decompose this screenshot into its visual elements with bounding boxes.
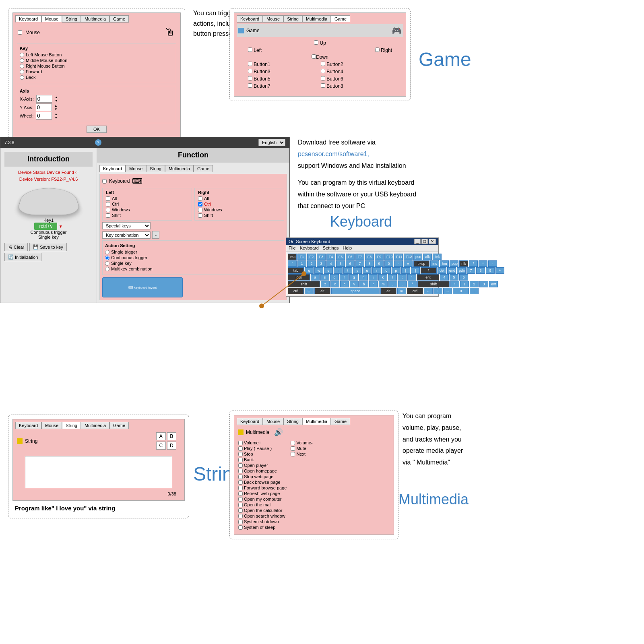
btn7-checkbox[interactable] xyxy=(248,83,252,88)
tab-string-mouse[interactable]: String xyxy=(62,15,81,23)
single-key-row[interactable]: Single key xyxy=(105,261,281,266)
btn6-checkbox[interactable] xyxy=(321,76,325,80)
special-keys-select[interactable]: Special keys xyxy=(102,222,151,229)
osk-key-left[interactable]: ← xyxy=(424,288,433,294)
osk-key-lctrl[interactable]: ctrl xyxy=(288,288,304,294)
minus-button[interactable]: - xyxy=(152,231,159,239)
osk-key-slash[interactable]: / xyxy=(408,281,417,287)
left-ctrl[interactable]: Ctrl xyxy=(106,202,188,206)
osk-key-9[interactable]: 9 xyxy=(375,260,384,267)
back-btn[interactable]: Back xyxy=(20,75,173,80)
osk-key-brk[interactable]: brk xyxy=(433,254,442,260)
key-combination-select[interactable]: Key combination xyxy=(102,231,151,239)
osk-key-d[interactable]: d xyxy=(330,274,339,281)
osk-maximize[interactable]: □ xyxy=(421,239,428,244)
multi-openplayer[interactable]: Open player xyxy=(238,463,287,468)
left-windows[interactable]: Windows xyxy=(106,207,188,212)
osk-key-numenter[interactable]: ent xyxy=(489,281,498,287)
str-key-c[interactable]: C xyxy=(156,442,166,450)
osk-key-rshift[interactable]: shift xyxy=(417,281,450,287)
osk-key-l[interactable]: l xyxy=(388,274,397,281)
down-checkbox[interactable] xyxy=(312,54,316,59)
osk-key-m[interactable]: m xyxy=(379,281,388,287)
osk-key-comma[interactable]: , xyxy=(388,281,397,287)
tab-game[interactable]: Game xyxy=(331,15,350,23)
xaxis-down[interactable]: ▼ xyxy=(55,99,58,103)
language-select[interactable]: English xyxy=(258,139,285,146)
tab-keyboard-mouse[interactable]: Keyboard xyxy=(15,15,41,23)
multi-stop[interactable]: Stop xyxy=(238,452,287,456)
osk-key-n[interactable]: n xyxy=(369,281,378,287)
tab-keyboard-multi[interactable]: Keyboard xyxy=(237,418,263,425)
key-dropdown-icon[interactable]: ▼ xyxy=(59,224,63,229)
right-ctrl[interactable]: Ctrl xyxy=(198,202,281,206)
osk-key-f3[interactable]: F3 xyxy=(317,254,326,260)
right-alt[interactable]: Alt xyxy=(198,196,281,201)
btn8-checkbox[interactable] xyxy=(321,83,325,88)
tab-game-mouse[interactable]: Game xyxy=(109,15,129,23)
osk-key-j[interactable]: j xyxy=(369,274,378,281)
osk-key-t[interactable]: t xyxy=(343,267,352,274)
right-shift[interactable]: Shift xyxy=(198,213,281,218)
osk-key-num3[interactable]: 3 xyxy=(479,281,488,287)
func-tab-string[interactable]: String xyxy=(146,165,165,172)
mouse-enable-checkbox[interactable] xyxy=(18,30,22,35)
btn3-checkbox[interactable] xyxy=(248,69,252,73)
str-key-b[interactable]: B xyxy=(167,432,177,440)
osk-key-lbracket[interactable]: [ xyxy=(401,267,410,274)
tab-mouse-str[interactable]: Mouse xyxy=(41,422,62,429)
func-tab-game[interactable]: Game xyxy=(194,165,213,172)
osk-key-g[interactable]: g xyxy=(349,274,358,281)
osk-key-pdn[interactable]: pdn xyxy=(457,267,466,274)
tab-keyboard-game[interactable]: Keyboard xyxy=(237,15,263,23)
btn5-checkbox[interactable] xyxy=(248,76,252,80)
mouse-ok-button[interactable]: OK xyxy=(87,126,107,133)
right-mouse-btn[interactable]: Right Mouse Button xyxy=(20,64,173,68)
right-windows[interactable]: Windows xyxy=(198,207,281,212)
osk-key-ins[interactable]: ins xyxy=(430,260,439,267)
osk-key-2[interactable]: 2 xyxy=(307,260,316,267)
osk-key-f8[interactable]: F8 xyxy=(365,254,374,260)
osk-key-p[interactable]: p xyxy=(392,267,400,274)
osk-key-c[interactable]: c xyxy=(340,281,349,287)
osk-key-num8[interactable]: 8 xyxy=(476,267,485,274)
osk-key-num2[interactable]: 2 xyxy=(470,281,479,287)
osk-key-numplus[interactable]: + xyxy=(495,267,504,274)
osk-key-rctrl[interactable]: ctrl xyxy=(407,288,423,294)
str-key-a[interactable]: A xyxy=(156,432,166,440)
osk-key-y[interactable]: y xyxy=(353,267,362,274)
osk-key-b[interactable]: b xyxy=(359,281,368,287)
osk-key-a[interactable]: a xyxy=(311,274,320,281)
osk-key-1[interactable]: 1 xyxy=(297,260,306,267)
osk-key-w[interactable]: w xyxy=(314,267,323,274)
func-tab-mouse[interactable]: Mouse xyxy=(126,165,146,172)
osk-key-del[interactable]: del xyxy=(438,267,446,274)
multi-mail[interactable]: Open the mail xyxy=(238,502,287,507)
osk-key-up[interactable]: ↑ xyxy=(450,281,459,287)
multi-backbrowse[interactable]: Back browse page xyxy=(238,480,287,485)
btn1-checkbox[interactable] xyxy=(248,62,252,66)
tab-game-multi[interactable]: Game xyxy=(331,418,350,425)
multikey-row[interactable]: Multikey combination xyxy=(105,266,281,271)
osk-key-num7[interactable]: 7 xyxy=(466,267,475,274)
osk-key-lock[interactable]: lock xyxy=(288,274,310,281)
single-trigger-row[interactable]: Single trigger xyxy=(105,250,281,254)
osk-key-alk[interactable]: alk xyxy=(423,254,432,260)
osk-key-x[interactable]: x xyxy=(330,281,339,287)
tab-mouse[interactable]: Mouse xyxy=(41,15,62,23)
multi-volumeminus[interactable]: Volume- xyxy=(291,440,312,445)
func-tab-multimedia[interactable]: Multimedia xyxy=(165,165,194,172)
osk-key-f11[interactable]: F11 xyxy=(394,254,403,260)
osk-key-e[interactable]: e xyxy=(324,267,333,274)
osk-key-f7[interactable]: F7 xyxy=(355,254,364,260)
osk-key-7[interactable]: 7 xyxy=(355,260,364,267)
multi-sleep[interactable]: System of sleep xyxy=(238,525,287,530)
btn4-checkbox[interactable] xyxy=(321,69,325,73)
osk-key-period[interactable]: . xyxy=(398,281,407,287)
osk-key-6[interactable]: 6 xyxy=(346,260,355,267)
osk-key-equals[interactable]: = xyxy=(404,260,413,267)
osk-key-f1[interactable]: F1 xyxy=(297,254,306,260)
func-tab-keyboard[interactable]: Keyboard xyxy=(99,165,126,172)
osk-key-h[interactable]: h xyxy=(359,274,368,281)
osk-key-5[interactable]: 5 xyxy=(336,260,345,267)
